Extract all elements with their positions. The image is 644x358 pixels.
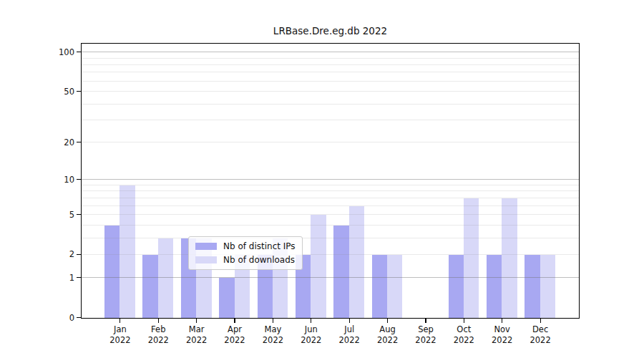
y-tick-label: 20 xyxy=(0,137,74,147)
y-tick-label: 50 xyxy=(0,87,74,97)
bar-distinct-ips-oct xyxy=(449,255,464,318)
bar-downloads-aug xyxy=(387,255,402,318)
bar-distinct-ips-apr xyxy=(219,278,234,318)
y-tick-mark xyxy=(77,317,81,318)
y-tick-mark xyxy=(77,254,81,255)
x-tick-mark xyxy=(119,319,120,323)
legend-item-downloads: Nb of downloads xyxy=(195,255,296,265)
x-tick-year: 2022 xyxy=(517,335,563,346)
gridline-minor xyxy=(82,58,579,59)
gridline-minor xyxy=(82,104,579,105)
gridline-minor xyxy=(82,120,579,120)
y-tick-mark xyxy=(77,277,81,278)
bar-distinct-ips-jan xyxy=(104,226,119,318)
y-tick-mark xyxy=(77,214,81,215)
y-tick-label: 1 xyxy=(0,273,74,283)
x-tick-mark xyxy=(464,319,464,323)
y-tick-mark xyxy=(77,52,81,52)
x-tick-mark xyxy=(502,319,502,323)
y-tick-mark xyxy=(77,91,81,92)
gridline-minor xyxy=(82,214,579,215)
figure: LRBase.Dre.eg.db 2022 Nb of distinct IPs… xyxy=(0,0,644,358)
gridline-minor xyxy=(82,91,579,92)
bar-downloads-oct xyxy=(464,198,479,318)
x-tick-mark xyxy=(540,319,541,323)
bar-distinct-ips-jul xyxy=(333,226,348,318)
bar-downloads-nov xyxy=(502,198,517,318)
y-tick-label: 2 xyxy=(0,249,74,259)
y-tick-label: 100 xyxy=(0,47,74,57)
bar-downloads-jun xyxy=(311,215,326,318)
gridline-minor xyxy=(82,81,579,82)
gridline-minor xyxy=(82,142,579,142)
gridline-major xyxy=(82,52,579,52)
gridline-minor xyxy=(82,205,579,206)
x-tick-mark xyxy=(158,319,159,323)
gridline-minor xyxy=(82,185,579,185)
legend: Nb of distinct IPs Nb of downloads xyxy=(188,236,303,270)
gridline-minor xyxy=(82,225,579,226)
legend-item-distinct-ips: Nb of distinct IPs xyxy=(195,241,296,251)
bar-distinct-ips-dec xyxy=(525,255,540,318)
bar-distinct-ips-aug xyxy=(372,255,387,318)
legend-label-distinct-ips: Nb of distinct IPs xyxy=(223,241,296,251)
x-tick-mark xyxy=(234,319,235,323)
gridline-minor xyxy=(82,238,579,238)
legend-swatch-distinct-ips xyxy=(195,243,217,250)
x-tick-mark xyxy=(273,319,273,323)
gridline-minor xyxy=(82,64,579,65)
gridline-minor xyxy=(82,72,579,72)
chart-title: LRBase.Dre.eg.db 2022 xyxy=(81,25,580,39)
bar-downloads-feb xyxy=(158,238,173,318)
x-tick-mark xyxy=(311,319,311,323)
x-tick-month: Dec xyxy=(517,324,563,335)
x-tick-mark xyxy=(425,319,426,323)
y-tick-label: 5 xyxy=(0,210,74,220)
y-tick-label: 0 xyxy=(0,313,74,323)
y-tick-label: 10 xyxy=(0,175,74,185)
bar-distinct-ips-feb xyxy=(142,255,157,318)
plot-area xyxy=(81,43,580,319)
gridline-minor xyxy=(82,254,579,255)
bar-downloads-jul xyxy=(349,206,364,318)
bar-downloads-dec xyxy=(540,255,555,318)
x-tick-mark xyxy=(196,319,197,323)
legend-swatch-downloads xyxy=(195,256,217,263)
x-tick-mark xyxy=(387,319,388,323)
gridline-major xyxy=(82,277,579,278)
gridline-minor xyxy=(82,190,579,191)
gridline-major xyxy=(82,179,579,180)
x-tick-label-dec: Dec2022 xyxy=(517,324,563,346)
x-tick-mark xyxy=(349,319,350,323)
legend-label-downloads: Nb of downloads xyxy=(223,255,295,265)
y-tick-mark xyxy=(77,142,81,142)
bar-distinct-ips-nov xyxy=(487,255,502,318)
gridline-minor xyxy=(82,198,579,198)
y-tick-mark xyxy=(77,179,81,180)
